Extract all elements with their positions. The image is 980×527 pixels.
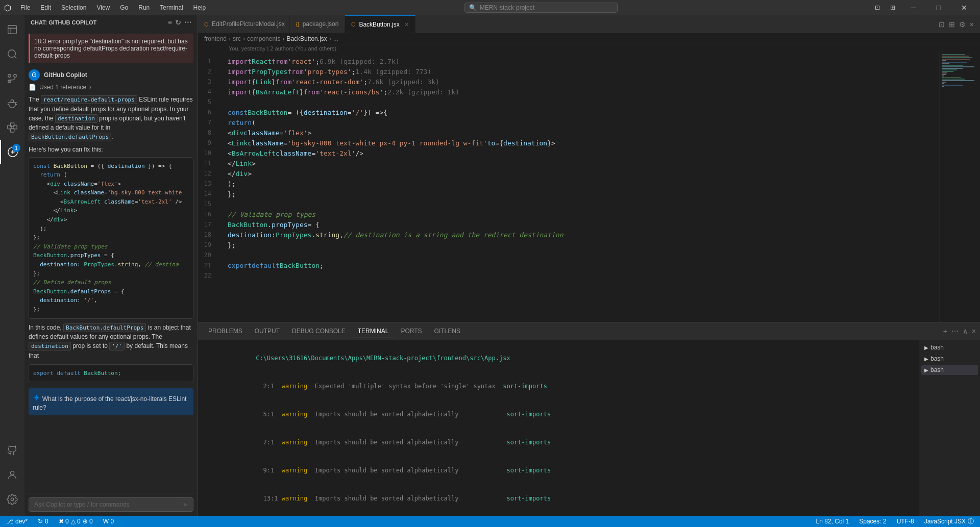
editor-close-icon[interactable]: × [968, 18, 976, 31]
status-language[interactable]: JavaScript JSX ⓘ [922, 517, 976, 526]
activity-copilot[interactable]: 1 [0, 140, 24, 164]
code-line-19: }; [228, 240, 935, 250]
tab-packagejson[interactable]: {} package.json [290, 15, 345, 33]
activity-account[interactable] [0, 463, 24, 487]
code-line-21: export default BackButton; [228, 261, 935, 271]
breadcrumb-src[interactable]: src [233, 35, 241, 42]
used-reference[interactable]: 📄 Used 1 reference › [29, 84, 193, 91]
activity-explorer[interactable] [0, 17, 24, 42]
breadcrumb-components[interactable]: components [247, 35, 280, 42]
status-sync[interactable]: ↻ 0 [36, 518, 51, 525]
activity-settings[interactable] [0, 487, 24, 512]
chat-send-button[interactable]: ➤ [183, 501, 188, 508]
status-spaces[interactable]: Spaces: 2 [857, 518, 888, 525]
editor-layout-icon[interactable]: ⊞ [947, 18, 957, 31]
tab-terminal[interactable]: TERMINAL [352, 324, 395, 338]
tab-jsx-icon: ⬡ [204, 21, 209, 27]
code-line-8: <div className='flex'> [228, 128, 935, 138]
activity-search[interactable] [0, 42, 24, 66]
code-content[interactable]: import React from 'react'; 6.9k (gzipped… [224, 53, 939, 322]
menu-go[interactable]: Go [115, 2, 133, 13]
tab-ports[interactable]: PORTS [395, 324, 428, 338]
code-line-18: destination: PropTypes.string, // destin… [228, 230, 935, 240]
activity-remote[interactable] [0, 438, 24, 463]
minimap [939, 53, 980, 322]
status-branch-label: dev* [15, 518, 28, 525]
terminal-close-button[interactable]: × [972, 327, 976, 335]
tab-close-button[interactable]: × [405, 20, 409, 29]
code-line-16: // Validate prop types [228, 210, 935, 220]
terminal-instance-3[interactable]: ▶ bash [921, 365, 978, 375]
minimize-button[interactable]: ─ [901, 0, 925, 15]
used-ref-icon: 📄 [29, 84, 36, 91]
activity-debug[interactable] [0, 91, 24, 115]
menu-terminal[interactable]: Terminal [155, 2, 188, 13]
editor-settings-icon[interactable]: ⚙ [957, 18, 968, 31]
code-block-export: export default BackButton; [29, 364, 193, 383]
terminal-content[interactable]: C:\Users\31616\Documents\Apps\MERN-stack… [198, 340, 919, 516]
status-errors[interactable]: ✖ 0 △ 0 ⊕ 0 [57, 518, 95, 525]
question-text: What is the purpose of the react/jsx-no-… [33, 395, 186, 411]
activity-extensions[interactable] [0, 115, 24, 140]
code-block-line: }; [33, 233, 189, 242]
code-block-line: destination: '/', [33, 296, 189, 305]
code-block-fix: const BackButton = ({ destination }) => … [29, 157, 193, 319]
menu-help[interactable]: Help [188, 2, 211, 13]
terminal-instance-1[interactable]: ▶ bash [921, 342, 978, 353]
code-line-15 [228, 199, 935, 210]
chat-more-icon[interactable]: ⋯ [184, 18, 191, 27]
tab-output[interactable]: OUTPUT [249, 324, 286, 338]
chat-title-bar: CHAT: GITHUB COPILOT ≡ ↻ ⋯ [24, 15, 198, 30]
chat-input-box[interactable]: Ask Copilot or type / for commands ➤ [29, 497, 193, 512]
code-line-10: <BsArrowLeft className='text-2xl' /> [228, 148, 935, 159]
terminal-actions: + ⋯ ∧ × [943, 327, 976, 335]
menu-edit[interactable]: Edit [35, 2, 56, 13]
tab-gitlens[interactable]: GITLENS [428, 324, 467, 338]
code-line-14: }; [228, 189, 935, 199]
tab-problems[interactable]: PROBLEMS [202, 324, 249, 338]
activity-source-control[interactable] [0, 66, 24, 91]
status-right: Ln 82, Col 1 Spaces: 2 UTF-8 JavaScript … [814, 517, 976, 526]
code-line-22 [228, 271, 935, 281]
terminal-line: 13:1 warning Imports should be sorted al… [204, 485, 913, 512]
terminal-instance-label: bash [930, 355, 944, 362]
breadcrumb-frontend[interactable]: frontend [204, 35, 227, 42]
tab-editprofile[interactable]: ⬡ EditProfilePictureModal.jsx [198, 15, 290, 33]
menu-file[interactable]: File [15, 2, 35, 13]
breadcrumb-more[interactable]: ... [333, 35, 338, 42]
terminal-maximize-button[interactable]: ∧ [963, 327, 968, 335]
tab-debug-console[interactable]: DEBUG CONSOLE [286, 324, 352, 338]
chat-title-actions: ≡ ↻ ⋯ [168, 18, 191, 27]
chat-title-label: CHAT: GITHUB COPILOT [31, 19, 96, 26]
code-line-11: </Link> [228, 159, 935, 169]
chat-history-icon[interactable]: ≡ [168, 18, 172, 27]
chat-refresh-icon[interactable]: ↻ [175, 18, 181, 27]
svg-point-2 [8, 74, 11, 78]
code-line-9: <Link className='bg-sky-800 text-white p… [228, 138, 935, 148]
code-block-line: </Link> [33, 206, 189, 215]
terminal-instance-2[interactable]: ▶ bash [921, 354, 978, 364]
status-position[interactable]: Ln 82, Col 1 [814, 518, 851, 525]
code-line-20 [228, 250, 935, 261]
menu-selection[interactable]: Selection [56, 2, 91, 13]
terminal-more-button[interactable]: ⋯ [951, 327, 959, 335]
tab-json-icon: {} [296, 21, 300, 27]
status-warnings[interactable]: W 0 [101, 518, 116, 525]
status-encoding[interactable]: UTF-8 [895, 518, 916, 525]
breadcrumb-file[interactable]: BackButton.jsx [286, 35, 327, 42]
menu-run[interactable]: Run [133, 2, 155, 13]
terminal-add-button[interactable]: + [943, 327, 947, 335]
code-block-line: destination: PropTypes.string, // destin… [33, 260, 189, 269]
code-line-12: </div> [228, 169, 935, 179]
menu-view[interactable]: View [91, 2, 115, 13]
tab-backbutton[interactable]: ⬡ BackButton.jsx × [345, 15, 415, 33]
status-branch[interactable]: ⎇ dev* [4, 518, 30, 525]
maximize-button[interactable]: □ [927, 0, 950, 15]
code-line-1: import React from 'react'; 6.9k (gzipped… [228, 57, 935, 67]
svg-point-11 [11, 498, 14, 501]
global-search-box[interactable]: 🔍 MERN-stack-project [464, 3, 618, 13]
code-block-line: </div> [33, 215, 189, 224]
close-button[interactable]: ✕ [952, 0, 976, 15]
window-controls: ⊡ ⊞ ─ □ ✕ [871, 0, 976, 15]
split-editor-icon[interactable]: ⊡ [937, 18, 947, 31]
